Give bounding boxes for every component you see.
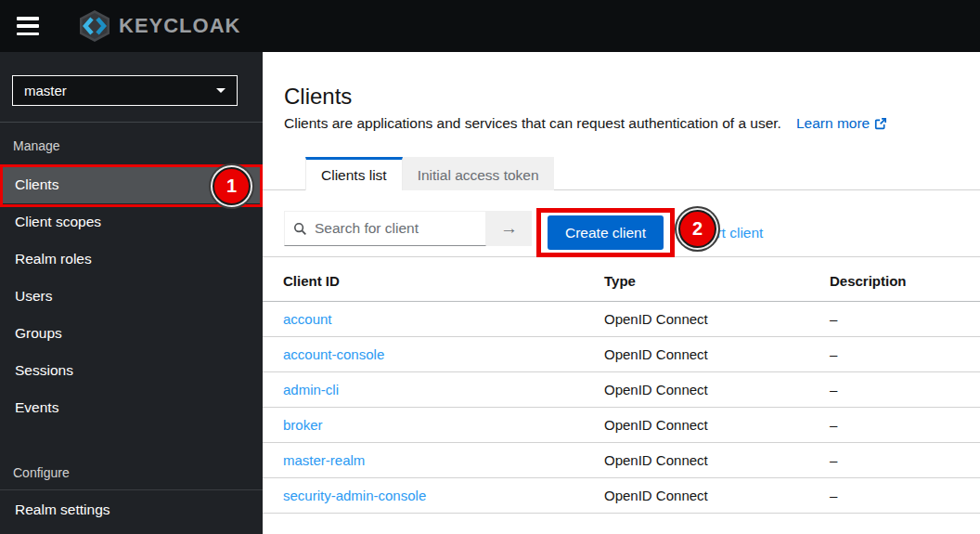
client-type: OpenID Connect — [584, 408, 809, 443]
current-realm-label: master — [24, 83, 67, 98]
learn-more-link[interactable]: Learn more — [796, 114, 887, 132]
sidebar-item-groups[interactable]: Groups — [0, 315, 263, 352]
brand-wordmark: KEYCLOAK — [119, 14, 240, 38]
clients-table: Client ID Type Description account OpenI… — [263, 257, 980, 514]
client-type: OpenID Connect — [584, 443, 809, 478]
tab-bar: Clients list Initial access token — [263, 156, 980, 190]
external-link-icon — [874, 117, 887, 130]
page-title: Clients — [284, 84, 980, 110]
sidebar-item-users[interactable]: Users — [0, 278, 263, 315]
create-client-button[interactable]: Create client — [548, 215, 664, 250]
column-header-type: Type — [584, 257, 809, 302]
client-description: – — [809, 478, 980, 514]
chevron-down-icon — [216, 88, 226, 93]
global-nav-toggle-button[interactable] — [17, 17, 41, 35]
client-link-account[interactable]: account — [283, 311, 332, 327]
clients-toolbar: → Create client Import client — [263, 190, 980, 257]
keycloak-logo[interactable]: KEYCLOAK — [76, 8, 240, 44]
table-row: master-realm OpenID Connect – — [263, 443, 980, 478]
client-link-master-realm[interactable]: master-realm — [283, 452, 365, 468]
client-description: – — [809, 408, 980, 443]
sidebar-item-sessions[interactable]: Sessions — [0, 352, 263, 389]
client-type: OpenID Connect — [584, 302, 809, 337]
nav-section-manage-label: Manage — [0, 123, 263, 166]
table-row: account OpenID Connect – — [263, 302, 980, 337]
column-header-description: Description — [809, 257, 980, 302]
arrow-right-icon: → — [500, 218, 518, 239]
search-submit-button[interactable]: → — [486, 211, 532, 246]
sidebar-item-realm-roles[interactable]: Realm roles — [0, 241, 263, 278]
sidebar-item-client-scopes[interactable]: Client scopes — [0, 203, 263, 241]
client-description: – — [809, 443, 980, 478]
hamburger-icon — [17, 17, 39, 20]
keycloak-hexagon-icon — [76, 8, 113, 44]
table-row: security-admin-console OpenID Connect – — [263, 478, 980, 514]
search-input[interactable] — [315, 220, 482, 237]
tab-initial-access-token[interactable]: Initial access token — [403, 157, 554, 190]
tab-clients-list[interactable]: Clients list — [305, 157, 403, 190]
realm-selector[interactable]: master — [12, 75, 238, 106]
sidebar-item-events[interactable]: Events — [0, 389, 263, 426]
table-row: account-console OpenID Connect – — [263, 337, 980, 372]
client-description: – — [809, 302, 980, 337]
sidebar-divider — [0, 489, 263, 490]
table-row: admin-cli OpenID Connect – — [263, 372, 980, 408]
main-content: Clients Clients are applications and ser… — [263, 52, 980, 534]
column-header-client-id: Client ID — [263, 257, 584, 302]
client-type: OpenID Connect — [584, 337, 809, 372]
page-description: Clients are applications and services th… — [284, 114, 781, 132]
nav-section-configure-label: Configure — [0, 465, 263, 480]
client-link-broker[interactable]: broker — [283, 417, 323, 433]
annotation-step-badge-1: 1 — [213, 167, 251, 205]
sidebar-item-realm-settings[interactable]: Realm settings — [0, 491, 263, 528]
annotation-step-badge-2: 2 — [678, 210, 716, 248]
client-link-security-admin-console[interactable]: security-admin-console — [283, 488, 426, 503]
client-type: OpenID Connect — [584, 478, 809, 514]
client-type: OpenID Connect — [584, 372, 809, 408]
client-link-account-console[interactable]: account-console — [283, 346, 384, 362]
masthead: KEYCLOAK — [0, 0, 980, 52]
search-icon — [293, 222, 307, 236]
table-header-row: Client ID Type Description — [263, 257, 980, 302]
client-link-admin-cli[interactable]: admin-cli — [283, 382, 339, 397]
search-input-wrapper — [284, 211, 486, 246]
client-description: – — [809, 337, 980, 372]
table-row: broker OpenID Connect – — [263, 408, 980, 443]
sidebar: master Manage Clients Client scopes Real… — [0, 52, 263, 534]
client-description: – — [809, 372, 980, 408]
